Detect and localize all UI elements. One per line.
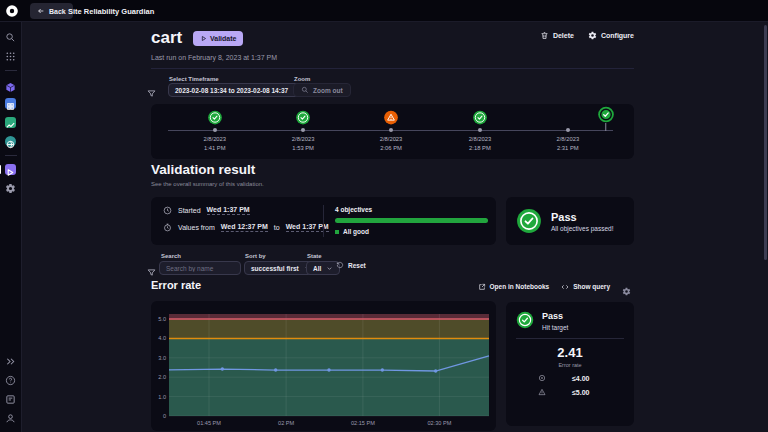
objective-value: 2.41 (516, 345, 624, 360)
green-chart-app-icon[interactable] (5, 117, 16, 128)
chevron-down-icon (326, 265, 333, 272)
sidebar-divider (5, 70, 17, 71)
magnifier-icon (301, 86, 309, 94)
filter-funnel-icon[interactable] (147, 263, 156, 272)
dynatrace-logo-icon (5, 4, 19, 18)
validation-timeline-card: 2/8/20231:41 PM 2/8/20231:53 PM 2/8/2023… (151, 104, 634, 159)
back-label: Back (49, 8, 66, 15)
overall-result-detail: All objectives passed! (551, 225, 614, 232)
objectives-status: All good (343, 228, 369, 235)
open-external-icon (478, 283, 486, 291)
filter-funnel-icon[interactable] (147, 84, 156, 93)
delete-button[interactable]: Delete (540, 31, 574, 40)
pass-check-icon (296, 110, 311, 125)
site-reliability-guardian-app-icon[interactable] (5, 164, 16, 175)
timeline-dot (213, 128, 217, 132)
app-sidebar (0, 22, 22, 432)
svg-text:02 PM: 02 PM (278, 420, 295, 426)
pass-check-icon (472, 110, 487, 125)
validate-label: Validate (210, 35, 236, 42)
last-run-text: Last run on February 8, 2023 at 1:37 PM (151, 54, 277, 61)
open-in-notebooks-button[interactable]: Open in Notebooks (478, 283, 550, 291)
page-title: cart (151, 28, 182, 48)
zoom-label: Zoom (294, 76, 310, 82)
timeline-dot (566, 128, 570, 132)
gear-icon (588, 31, 597, 40)
delete-label: Delete (553, 32, 574, 39)
objective-result-card: Pass Hit target 2.41 Error rate ≤4.00 ≤5… (506, 302, 634, 426)
objectives-progress-bar (335, 218, 488, 223)
divider (323, 205, 324, 237)
search-label: Search (161, 253, 181, 259)
svg-text:0: 0 (163, 413, 166, 419)
pass-check-icon (516, 311, 534, 329)
top-app-bar: Back Site Reliability Guardian (0, 0, 768, 22)
warning-triangle-icon (538, 388, 546, 396)
news-icon[interactable] (5, 394, 16, 405)
divider (516, 338, 624, 339)
overall-pass-card: Pass All objectives passed! (506, 197, 634, 245)
objective-settings-icon[interactable] (622, 282, 631, 291)
timeline-timestamp: 2/8/20232:06 PM (380, 135, 403, 153)
play-icon (200, 35, 207, 42)
timeframe-value: 2023-02-08 13:34 to 2023-02-08 14:37 (175, 87, 288, 94)
objectives-count: 4 objectives (335, 206, 488, 213)
timeline-dot (478, 128, 482, 132)
purple-cube-app-icon[interactable] (5, 79, 16, 90)
sort-by-value: successful first (251, 265, 299, 272)
teal-globe-app-icon[interactable] (5, 136, 16, 147)
pass-check-icon (597, 106, 614, 123)
blue-grid-app-icon[interactable] (5, 98, 16, 109)
search-input[interactable] (159, 261, 241, 275)
started-label: Started (178, 207, 201, 214)
configure-label: Configure (601, 32, 634, 39)
timeframe-dropdown[interactable]: 2023-02-08 13:34 to 2023-02-08 14:37 (168, 83, 307, 97)
sidebar-selected-indicator (0, 165, 1, 174)
pass-check-icon (207, 110, 222, 125)
svg-text:02:15 PM: 02:15 PM (351, 420, 375, 426)
reset-icon (336, 261, 344, 269)
error-rate-chart: 01:45 PM02 PM02:15 PM02:30 PM01.02.03.04… (151, 301, 496, 431)
validation-result-heading: Validation result (151, 162, 255, 177)
search-icon[interactable] (5, 32, 16, 43)
timeframe-label: Select Timeframe (169, 76, 219, 82)
back-button[interactable]: Back (30, 3, 73, 19)
state-label: State (307, 253, 322, 259)
svg-text:4.0: 4.0 (158, 335, 166, 341)
objective-title: Error rate (151, 279, 201, 291)
vertical-scrollbar[interactable] (764, 25, 767, 260)
divider (151, 68, 634, 69)
objective-result-detail: Hit target (542, 324, 568, 331)
settings-gear-icon[interactable] (5, 183, 16, 194)
state-value: All (313, 265, 321, 272)
svg-text:3.0: 3.0 (158, 355, 166, 361)
back-arrow-icon (37, 7, 45, 15)
timeline-dot (301, 128, 305, 132)
clock-icon (163, 206, 172, 215)
validation-summary-card: Started Wed 1:37 PM Values from Wed 12:3… (151, 197, 496, 245)
started-value[interactable]: Wed 1:37 PM (207, 206, 250, 215)
reset-label: Reset (348, 262, 366, 269)
svg-text:02:30 PM: 02:30 PM (427, 420, 451, 426)
validate-button[interactable]: Validate (193, 31, 243, 46)
objective-value-label: Error rate (516, 362, 624, 368)
selected-marker-stem (605, 123, 607, 131)
timeline-timestamp: 2/8/20231:41 PM (203, 135, 226, 153)
configure-button[interactable]: Configure (588, 31, 634, 40)
error-rate-chart-card: 01:45 PM02 PM02:15 PM02:30 PM01.02.03.04… (151, 301, 496, 431)
account-icon[interactable] (5, 413, 16, 424)
apps-grid-icon[interactable] (5, 51, 16, 62)
help-icon[interactable] (5, 375, 16, 386)
values-from-value[interactable]: Wed 12:37 PM (221, 223, 268, 232)
zoom-out-button[interactable]: Zoom out (293, 83, 351, 97)
timeline-timestamp: 2/8/20232:31 PM (557, 135, 580, 153)
timeline-timestamp: 2/8/20231:53 PM (292, 135, 315, 153)
reset-button[interactable]: Reset (336, 261, 366, 269)
code-icon (561, 283, 569, 291)
to-label: to (274, 224, 280, 231)
overall-result: Pass (551, 211, 614, 223)
show-query-button[interactable]: Show query (561, 283, 610, 291)
app-title: Site Reliability Guardian (68, 0, 154, 22)
stopwatch-icon (163, 223, 172, 232)
expand-sidebar-icon[interactable] (5, 356, 16, 367)
